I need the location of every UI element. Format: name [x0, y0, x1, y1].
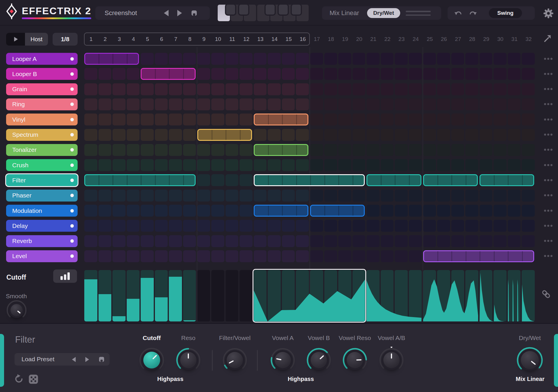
gear-icon[interactable] [543, 8, 554, 19]
step-cell[interactable] [395, 235, 408, 247]
preset-bar[interactable]: Screenshot [95, 6, 210, 20]
step-block[interactable] [423, 174, 478, 186]
step-cell[interactable] [84, 159, 97, 171]
step-cell[interactable] [84, 129, 97, 141]
step-cell[interactable] [493, 98, 507, 110]
step-cell[interactable] [366, 205, 380, 217]
envelope-step-cell[interactable] [508, 270, 521, 321]
step-cell[interactable] [239, 235, 253, 247]
step-cell[interactable] [493, 190, 507, 202]
step-cell[interactable] [508, 114, 521, 125]
track-label-level[interactable]: Level [6, 250, 78, 262]
envelope-step-cell[interactable] [353, 270, 366, 321]
step-cell[interactable] [211, 53, 224, 65]
step-cell[interactable] [254, 53, 267, 65]
step-cell[interactable] [423, 129, 436, 141]
step-cell[interactable] [183, 129, 196, 141]
step-cell[interactable] [451, 205, 464, 217]
knob-face[interactable] [521, 351, 539, 369]
step-cell[interactable] [84, 235, 97, 247]
undo-icon[interactable] [454, 9, 463, 17]
step-cell[interactable] [381, 144, 394, 156]
step-cell[interactable] [296, 235, 309, 247]
step-cell[interactable] [127, 235, 140, 247]
step-cell[interactable] [381, 53, 394, 65]
row-menu-button[interactable] [544, 255, 552, 257]
step-cell[interactable] [366, 98, 380, 110]
dice-randomize-icon[interactable] [28, 374, 38, 384]
step-cell[interactable] [155, 235, 168, 247]
step-cell[interactable] [169, 53, 182, 65]
preset-save-icon[interactable] [191, 10, 198, 17]
step-cell[interactable] [437, 159, 450, 171]
pattern-key-black[interactable] [226, 5, 235, 15]
step-cell[interactable] [381, 98, 394, 110]
envelope-bar-cell[interactable] [155, 270, 168, 321]
step-cell[interactable] [465, 220, 478, 232]
step-cell[interactable] [493, 144, 507, 156]
step-cell[interactable] [310, 190, 323, 202]
knob-vowel-b[interactable] [305, 347, 332, 373]
step-cell[interactable] [141, 205, 154, 217]
track-label-tonalizer[interactable]: Tonalizer [6, 144, 78, 156]
track-label-vinyl[interactable]: Vinyl [6, 114, 78, 125]
step-cell[interactable] [254, 250, 267, 262]
step-cell[interactable] [381, 235, 394, 247]
envelope-step-cell[interactable] [366, 270, 380, 321]
step-cell[interactable] [437, 83, 450, 95]
knob-vowel-a-b[interactable] [378, 347, 405, 373]
step-cell[interactable] [211, 190, 224, 202]
step-cell[interactable] [508, 144, 521, 156]
step-cell[interactable] [493, 205, 507, 217]
envelope-mode-button[interactable] [53, 269, 77, 283]
step-cell[interactable] [310, 250, 323, 262]
step-cell[interactable] [169, 83, 182, 95]
step-cell[interactable] [141, 53, 154, 65]
knob-dry-wet[interactable] [516, 346, 544, 374]
step-cell[interactable] [508, 190, 521, 202]
step-cell[interactable] [282, 220, 295, 232]
envelope-bar-cell[interactable] [183, 270, 196, 321]
step-cell[interactable] [112, 68, 126, 80]
step-cell[interactable] [197, 68, 210, 80]
step-cell[interactable] [112, 129, 126, 141]
step-cell[interactable] [353, 98, 366, 110]
step-cell[interactable] [99, 205, 112, 217]
envelope-bar-cell[interactable] [112, 270, 126, 321]
track-label-ring[interactable]: Ring [6, 98, 78, 110]
step-cell[interactable] [282, 68, 295, 80]
step-cell[interactable] [239, 68, 253, 80]
step-cell[interactable] [465, 68, 478, 80]
step-cell[interactable] [99, 235, 112, 247]
row-menu-button[interactable] [544, 88, 552, 90]
step-cell[interactable] [183, 53, 196, 65]
row-menu-button[interactable] [544, 164, 552, 166]
step-cell[interactable] [465, 144, 478, 156]
step-cell[interactable] [282, 98, 295, 110]
row-menu-button[interactable] [544, 134, 552, 136]
step-cell[interactable] [112, 205, 126, 217]
track-label-phaser[interactable]: Phaser [6, 190, 78, 202]
step-cell[interactable] [282, 159, 295, 171]
step-cell[interactable] [338, 68, 351, 80]
step-cell[interactable] [409, 190, 422, 202]
step-cell[interactable] [409, 114, 422, 125]
step-cell[interactable] [409, 144, 422, 156]
step-cell[interactable] [226, 159, 239, 171]
step-block[interactable] [254, 144, 308, 156]
step-cell[interactable] [127, 144, 140, 156]
step-cell[interactable] [338, 159, 351, 171]
step-cell[interactable] [296, 53, 309, 65]
track-enable-dot[interactable] [70, 224, 74, 228]
step-cell[interactable] [183, 83, 196, 95]
step-cell[interactable] [155, 205, 168, 217]
envelope-step-cell[interactable] [451, 270, 464, 321]
dry-wet-toggle[interactable]: Dry/Wet [367, 8, 400, 18]
step-cell[interactable] [465, 205, 478, 217]
step-cell[interactable] [338, 83, 351, 95]
step-cell[interactable] [211, 68, 224, 80]
step-cell[interactable] [324, 68, 337, 80]
step-cell[interactable] [141, 144, 154, 156]
track-label-grain[interactable]: Grain [6, 83, 78, 95]
step-cell[interactable] [381, 68, 394, 80]
